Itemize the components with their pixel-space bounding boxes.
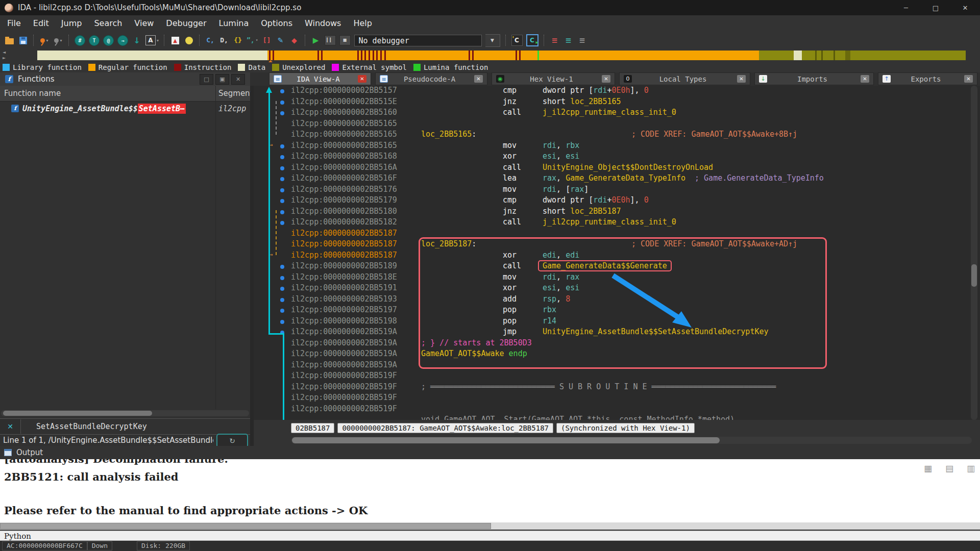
disasm-vertical-scrollbar[interactable] xyxy=(971,86,977,420)
disasm-row[interactable]: il2cpp:0000000002BB5182callj_il2cpp_runt… xyxy=(254,217,980,229)
functions-panel-header[interactable]: f Functions □ ▣ ✕ xyxy=(0,72,250,86)
stop-process-icon[interactable]: ■ xyxy=(339,34,351,46)
ida-app-icon xyxy=(5,4,13,12)
undo-jump-icon[interactable]: ▾ xyxy=(39,34,50,46)
save-file-icon[interactable] xyxy=(18,34,28,46)
tab-local-types[interactable]: Local Types xyxy=(619,72,750,85)
maximize-button[interactable]: □ xyxy=(921,0,950,15)
stop-diamond-icon[interactable]: ◆ xyxy=(289,34,300,46)
menu-windows[interactable]: Windows xyxy=(299,15,347,32)
disasm-horizontal-scrollbar[interactable] xyxy=(291,437,972,444)
minimize-button[interactable]: ─ xyxy=(891,0,921,15)
tab-pseudocode-a[interactable]: Pseudocode-A xyxy=(375,72,487,85)
compile-c-icon[interactable]: C xyxy=(526,34,538,46)
disasm-row[interactable]: →il2cpp:0000000002BB5165movrdi, rbx xyxy=(254,141,980,152)
menu-lumina[interactable]: Lumina xyxy=(213,15,255,32)
flowchart-icon[interactable]: # xyxy=(75,34,85,46)
clear-filter-icon[interactable]: ✕ xyxy=(0,419,21,434)
menu-debugger[interactable]: Debugger xyxy=(160,15,212,32)
output-float-icon[interactable]: ▤ xyxy=(945,463,953,473)
menu-search[interactable]: Search xyxy=(88,15,128,32)
debugger-selector[interactable]: No debugger xyxy=(354,35,482,46)
disasm-row[interactable]: il2cpp:0000000002BB5165 xyxy=(254,119,980,130)
pause-process-icon[interactable]: ▎▎ xyxy=(325,34,336,46)
jump-address-icon[interactable]: ↓ xyxy=(132,34,142,46)
disassembly-view[interactable]: il2cpp:0000000002BB5157cmpdword ptr [rdi… xyxy=(254,86,980,420)
redo-jump-icon[interactable]: ▾ xyxy=(53,34,63,46)
output-pane[interactable]: [autoanalysis] Decompilation failure. 2B… xyxy=(0,459,980,522)
start-process-icon[interactable]: ▶ xyxy=(311,34,321,46)
create-function-icon[interactable]: {} xyxy=(233,34,243,46)
tab-close-icon[interactable] xyxy=(602,75,610,83)
create-string-icon[interactable]: ”,▾ xyxy=(247,34,258,46)
column-divider[interactable] xyxy=(215,86,216,409)
menu-jump[interactable]: Jump xyxy=(55,15,88,32)
disasm-row[interactable]: il2cpp:0000000002BB5157cmpdword ptr [rdi… xyxy=(254,86,980,97)
tab-close-icon[interactable] xyxy=(861,75,869,83)
tab-close-icon[interactable] xyxy=(964,75,973,83)
attach-c-icon[interactable]: C xyxy=(511,34,523,46)
function-list-item[interactable]: f UnityEngine_AssetBundle$$SetAssetB⋯ il… xyxy=(0,102,250,115)
struct-list-icon-3[interactable]: ≡ xyxy=(577,34,587,46)
disasm-row[interactable]: il2cpp:0000000002BB5180jnzshort loc_2BB5… xyxy=(254,207,980,218)
panel-splitter[interactable] xyxy=(250,86,254,446)
panel-restore-icon[interactable]: □ xyxy=(200,74,213,85)
struct-list-icon-1[interactable]: ≡ xyxy=(550,34,560,46)
close-button[interactable]: ✕ xyxy=(950,0,980,15)
column-header-segment[interactable]: Segment xyxy=(218,86,253,101)
select-view-icon[interactable]: A▾ xyxy=(145,34,159,46)
tab-imports[interactable]: Imports xyxy=(754,72,874,85)
text-view-icon[interactable]: T xyxy=(89,34,100,46)
disasm-row[interactable]: il2cpp:0000000002BB515Ejnzshort loc_2BB5… xyxy=(254,97,980,108)
menu-edit[interactable]: Edit xyxy=(27,15,55,32)
add-comment-icon[interactable]: C, xyxy=(205,34,215,46)
disasm-row[interactable]: il2cpp:0000000002BB519F; ═══════════════… xyxy=(254,382,980,393)
struct-list-icon-2[interactable]: ≡ xyxy=(564,34,574,46)
disasm-row[interactable]: il2cpp:0000000002BB5179cmpdword ptr [rdi… xyxy=(254,195,980,207)
edit-patch-icon[interactable]: ✎ xyxy=(276,34,286,46)
xrefs-icon[interactable]: → xyxy=(117,34,128,46)
menu-help[interactable]: Help xyxy=(347,15,378,32)
disasm-row[interactable]: il2cpp:0000000002BB5160callj_il2cpp_runt… xyxy=(254,108,980,119)
menu-view[interactable]: View xyxy=(128,15,160,32)
disasm-row[interactable]: il2cpp:0000000002BB516AcallUnityEngine_O… xyxy=(254,163,980,174)
disasm-row[interactable]: il2cpp:0000000002BB516Flearax, Game_Gene… xyxy=(254,173,980,185)
tab-exports[interactable]: Exports xyxy=(878,72,977,85)
open-file-icon[interactable] xyxy=(4,34,14,46)
disasm-row[interactable]: il2cpp:0000000002BB5176movrdi, [rax] xyxy=(254,185,980,196)
navigation-band[interactable] xyxy=(37,51,966,60)
functions-panel-title: Functions xyxy=(18,74,55,84)
band-scroll-right-icon[interactable]: ► xyxy=(3,56,6,60)
filter-input[interactable]: SetAssetBundleDecryptKey xyxy=(36,422,147,431)
tab-ida-view-a[interactable]: IDA View-A xyxy=(269,72,371,85)
disasm-row[interactable]: void GameAOT_AOT__Start(GameAOT_AOT *thi… xyxy=(254,415,980,420)
menu-file[interactable]: File xyxy=(1,15,27,32)
undefine-icon[interactable]: [] xyxy=(262,34,272,46)
functions-horizontal-scrollbar[interactable] xyxy=(1,410,249,416)
panel-close-icon[interactable]: ✕ xyxy=(231,74,245,85)
python-cli-selector[interactable]: Python xyxy=(4,532,31,541)
debugger-selector-caret-icon[interactable]: ▼ xyxy=(485,34,500,47)
disasm-row[interactable]: il2cpp:0000000002BB519F xyxy=(254,371,980,382)
legend-label: External symbol xyxy=(342,63,406,71)
band-scroll-left-icon[interactable]: ◄ xyxy=(3,50,6,55)
breakpoint-flag-icon[interactable]: ▲ xyxy=(170,34,180,46)
panel-float-icon[interactable]: ▣ xyxy=(215,74,229,85)
tab-close-icon[interactable] xyxy=(474,75,483,83)
disasm-row[interactable]: il2cpp:0000000002BB5168xoresi, esi xyxy=(254,152,980,163)
output-horizontal-scrollbar[interactable] xyxy=(0,522,980,530)
output-dock-icon[interactable]: ▦ xyxy=(924,463,932,473)
lumina-icon[interactable] xyxy=(184,34,194,46)
disasm-row[interactable]: il2cpp:0000000002BB5165loc_2BB5165:; COD… xyxy=(254,130,980,141)
output-close-icon[interactable]: ▥ xyxy=(967,463,975,473)
output-header-row[interactable]: Output xyxy=(0,446,980,459)
add-data-icon[interactable]: D, xyxy=(219,34,229,46)
column-header-function-name[interactable]: Function name xyxy=(4,86,61,101)
disasm-row[interactable]: il2cpp:0000000002BB519F xyxy=(254,404,980,415)
tab-hex-view-1[interactable]: Hex View-1 xyxy=(492,72,615,85)
disasm-row[interactable]: il2cpp:0000000002BB519F xyxy=(254,393,980,404)
tab-close-icon[interactable] xyxy=(358,75,366,83)
tab-close-icon[interactable] xyxy=(737,75,746,83)
menu-options[interactable]: Options xyxy=(255,15,299,32)
names-window-icon[interactable]: @ xyxy=(103,34,114,46)
